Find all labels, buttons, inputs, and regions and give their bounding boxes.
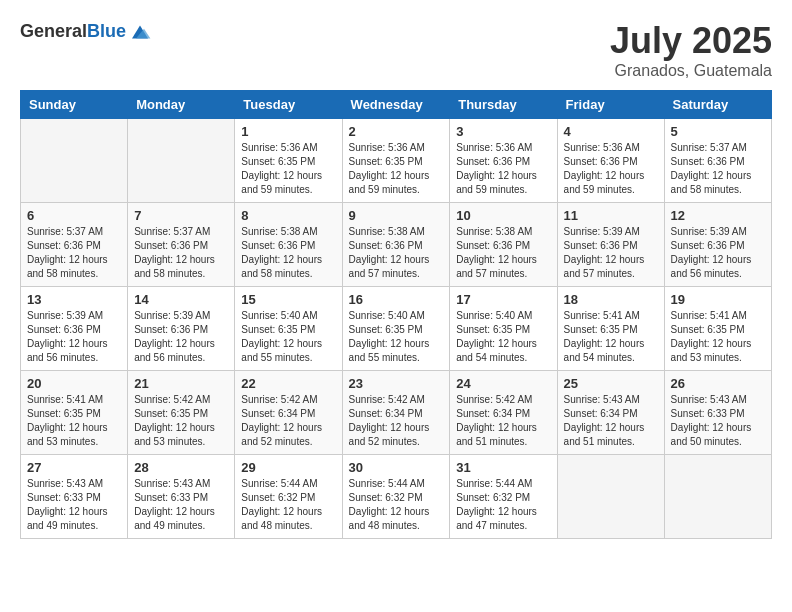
weekday-header: Thursday [450,91,557,119]
day-info: Sunrise: 5:36 AMSunset: 6:36 PMDaylight:… [564,141,658,197]
day-number: 17 [456,292,550,307]
page-header: GeneralBlue July 2025 Granados, Guatemal… [20,20,772,80]
day-number: 8 [241,208,335,223]
day-number: 26 [671,376,765,391]
day-number: 23 [349,376,444,391]
day-info: Sunrise: 5:38 AMSunset: 6:36 PMDaylight:… [241,225,335,281]
logo-general: GeneralBlue [20,22,126,42]
day-info: Sunrise: 5:44 AMSunset: 6:32 PMDaylight:… [241,477,335,533]
weekday-header: Monday [128,91,235,119]
day-number: 6 [27,208,121,223]
calendar-cell [664,455,771,539]
day-number: 11 [564,208,658,223]
month-title: July 2025 [610,20,772,62]
weekday-header: Wednesday [342,91,450,119]
day-info: Sunrise: 5:37 AMSunset: 6:36 PMDaylight:… [671,141,765,197]
day-number: 4 [564,124,658,139]
calendar-cell: 25Sunrise: 5:43 AMSunset: 6:34 PMDayligh… [557,371,664,455]
title-section: July 2025 Granados, Guatemala [610,20,772,80]
day-info: Sunrise: 5:42 AMSunset: 6:34 PMDaylight:… [241,393,335,449]
day-number: 29 [241,460,335,475]
calendar-cell: 7Sunrise: 5:37 AMSunset: 6:36 PMDaylight… [128,203,235,287]
calendar-cell: 15Sunrise: 5:40 AMSunset: 6:35 PMDayligh… [235,287,342,371]
day-number: 27 [27,460,121,475]
day-info: Sunrise: 5:42 AMSunset: 6:35 PMDaylight:… [134,393,228,449]
day-number: 20 [27,376,121,391]
day-number: 9 [349,208,444,223]
day-number: 5 [671,124,765,139]
calendar-cell: 6Sunrise: 5:37 AMSunset: 6:36 PMDaylight… [21,203,128,287]
day-number: 13 [27,292,121,307]
calendar-week-row: 27Sunrise: 5:43 AMSunset: 6:33 PMDayligh… [21,455,772,539]
day-number: 1 [241,124,335,139]
calendar-cell: 14Sunrise: 5:39 AMSunset: 6:36 PMDayligh… [128,287,235,371]
day-info: Sunrise: 5:44 AMSunset: 6:32 PMDaylight:… [456,477,550,533]
day-info: Sunrise: 5:43 AMSunset: 6:33 PMDaylight:… [27,477,121,533]
day-number: 15 [241,292,335,307]
day-number: 21 [134,376,228,391]
calendar-cell: 3Sunrise: 5:36 AMSunset: 6:36 PMDaylight… [450,119,557,203]
day-number: 3 [456,124,550,139]
calendar-week-row: 6Sunrise: 5:37 AMSunset: 6:36 PMDaylight… [21,203,772,287]
calendar-cell: 22Sunrise: 5:42 AMSunset: 6:34 PMDayligh… [235,371,342,455]
day-info: Sunrise: 5:43 AMSunset: 6:33 PMDaylight:… [671,393,765,449]
day-number: 25 [564,376,658,391]
day-number: 28 [134,460,228,475]
calendar-cell [21,119,128,203]
day-info: Sunrise: 5:39 AMSunset: 6:36 PMDaylight:… [671,225,765,281]
calendar-cell: 20Sunrise: 5:41 AMSunset: 6:35 PMDayligh… [21,371,128,455]
weekday-header: Tuesday [235,91,342,119]
day-number: 7 [134,208,228,223]
calendar-cell: 30Sunrise: 5:44 AMSunset: 6:32 PMDayligh… [342,455,450,539]
day-info: Sunrise: 5:41 AMSunset: 6:35 PMDaylight:… [671,309,765,365]
day-number: 30 [349,460,444,475]
location: Granados, Guatemala [610,62,772,80]
calendar-cell: 21Sunrise: 5:42 AMSunset: 6:35 PMDayligh… [128,371,235,455]
calendar-cell: 24Sunrise: 5:42 AMSunset: 6:34 PMDayligh… [450,371,557,455]
logo-icon [128,20,152,44]
day-number: 12 [671,208,765,223]
calendar-cell: 4Sunrise: 5:36 AMSunset: 6:36 PMDaylight… [557,119,664,203]
day-info: Sunrise: 5:43 AMSunset: 6:34 PMDaylight:… [564,393,658,449]
calendar-cell: 27Sunrise: 5:43 AMSunset: 6:33 PMDayligh… [21,455,128,539]
day-info: Sunrise: 5:39 AMSunset: 6:36 PMDaylight:… [27,309,121,365]
day-info: Sunrise: 5:39 AMSunset: 6:36 PMDaylight:… [134,309,228,365]
calendar-cell: 16Sunrise: 5:40 AMSunset: 6:35 PMDayligh… [342,287,450,371]
calendar-cell: 9Sunrise: 5:38 AMSunset: 6:36 PMDaylight… [342,203,450,287]
day-info: Sunrise: 5:40 AMSunset: 6:35 PMDaylight:… [456,309,550,365]
calendar-week-row: 20Sunrise: 5:41 AMSunset: 6:35 PMDayligh… [21,371,772,455]
calendar-table: SundayMondayTuesdayWednesdayThursdayFrid… [20,90,772,539]
day-info: Sunrise: 5:42 AMSunset: 6:34 PMDaylight:… [349,393,444,449]
calendar-cell: 17Sunrise: 5:40 AMSunset: 6:35 PMDayligh… [450,287,557,371]
day-info: Sunrise: 5:38 AMSunset: 6:36 PMDaylight:… [349,225,444,281]
day-number: 10 [456,208,550,223]
day-info: Sunrise: 5:40 AMSunset: 6:35 PMDaylight:… [349,309,444,365]
calendar-cell: 31Sunrise: 5:44 AMSunset: 6:32 PMDayligh… [450,455,557,539]
day-number: 2 [349,124,444,139]
calendar-cell [557,455,664,539]
day-info: Sunrise: 5:36 AMSunset: 6:36 PMDaylight:… [456,141,550,197]
logo: GeneralBlue [20,20,152,44]
calendar-cell: 10Sunrise: 5:38 AMSunset: 6:36 PMDayligh… [450,203,557,287]
calendar-cell: 28Sunrise: 5:43 AMSunset: 6:33 PMDayligh… [128,455,235,539]
day-info: Sunrise: 5:37 AMSunset: 6:36 PMDaylight:… [27,225,121,281]
day-info: Sunrise: 5:43 AMSunset: 6:33 PMDaylight:… [134,477,228,533]
day-number: 16 [349,292,444,307]
calendar-cell: 2Sunrise: 5:36 AMSunset: 6:35 PMDaylight… [342,119,450,203]
day-number: 19 [671,292,765,307]
calendar-week-row: 13Sunrise: 5:39 AMSunset: 6:36 PMDayligh… [21,287,772,371]
day-info: Sunrise: 5:41 AMSunset: 6:35 PMDaylight:… [564,309,658,365]
calendar-cell: 12Sunrise: 5:39 AMSunset: 6:36 PMDayligh… [664,203,771,287]
calendar-cell: 18Sunrise: 5:41 AMSunset: 6:35 PMDayligh… [557,287,664,371]
day-info: Sunrise: 5:42 AMSunset: 6:34 PMDaylight:… [456,393,550,449]
calendar-cell: 1Sunrise: 5:36 AMSunset: 6:35 PMDaylight… [235,119,342,203]
day-info: Sunrise: 5:36 AMSunset: 6:35 PMDaylight:… [349,141,444,197]
weekday-header: Friday [557,91,664,119]
day-info: Sunrise: 5:38 AMSunset: 6:36 PMDaylight:… [456,225,550,281]
day-number: 31 [456,460,550,475]
calendar-cell: 23Sunrise: 5:42 AMSunset: 6:34 PMDayligh… [342,371,450,455]
day-info: Sunrise: 5:40 AMSunset: 6:35 PMDaylight:… [241,309,335,365]
day-number: 24 [456,376,550,391]
calendar-cell: 19Sunrise: 5:41 AMSunset: 6:35 PMDayligh… [664,287,771,371]
day-number: 14 [134,292,228,307]
